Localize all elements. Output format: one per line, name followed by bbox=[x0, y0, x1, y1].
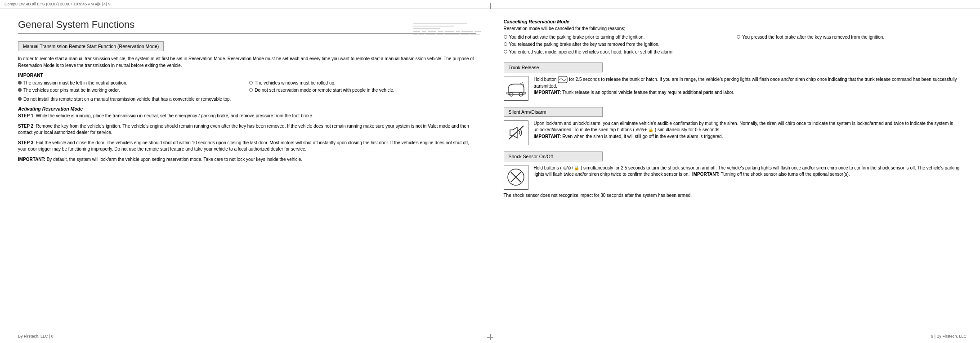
trunk-button-icon bbox=[558, 76, 568, 83]
cancel-row-1: You did not activate the parking brake p… bbox=[504, 34, 967, 40]
footer-left: By Firstech, LLC | 8 bbox=[18, 334, 54, 339]
bullet-3: The vehicles windows must be rolled up. bbox=[249, 80, 476, 86]
shock-icon bbox=[504, 165, 528, 190]
activating-title: Activating Reservation Mode bbox=[18, 106, 476, 111]
important-title: IMPORANT bbox=[18, 72, 476, 78]
important-note: IMPORTANT: By default, the system will l… bbox=[18, 156, 476, 163]
bullet-dot-1 bbox=[18, 81, 22, 85]
deco-dash-1 bbox=[413, 31, 420, 32]
cancel-text-1: You did not activate the parking brake p… bbox=[509, 34, 645, 40]
crosshair-top bbox=[487, 3, 493, 9]
bullet-2-text: The vehicles door pins must be in workin… bbox=[23, 87, 120, 94]
step2: STEP 2: Remove the key from the vehicle'… bbox=[18, 123, 476, 136]
step2-text: STEP 2: Remove the key from the vehicle'… bbox=[18, 123, 476, 136]
cancelling-title: Cancelling Reservation Mode bbox=[504, 19, 967, 24]
intro-text: In order to remote start a manual transm… bbox=[18, 56, 476, 69]
step1-text: STEP 1: While the vehicle is running, pl… bbox=[18, 113, 476, 120]
siren-svg bbox=[506, 124, 525, 142]
shock-note: The shock sensor does not recognize impa… bbox=[504, 192, 967, 199]
bullet-dot-5 bbox=[18, 97, 22, 101]
bullet-5-text: Do not install this remote start on a ma… bbox=[23, 96, 231, 102]
deco-dash-5 bbox=[445, 31, 454, 32]
step1-content: : While the vehicle is running, place th… bbox=[33, 113, 313, 118]
deco-dash-10 bbox=[419, 34, 424, 35]
bullet-1: The transmission must be left in the neu… bbox=[18, 80, 245, 86]
deco-dash-9 bbox=[413, 34, 417, 35]
deco-dash-13 bbox=[445, 34, 459, 35]
step3: STEP 3: Exit the vehicle and close the d… bbox=[18, 140, 476, 153]
bullet-dot-outline-4 bbox=[249, 88, 253, 92]
silent-text: Upon lock/arm and unlock/disarm, you can… bbox=[534, 120, 967, 140]
cancelling-bullets: You did not activate the parking brake p… bbox=[504, 34, 967, 55]
trunk-icon bbox=[504, 76, 528, 101]
silent-header: Silent Arm/Disarm bbox=[504, 107, 603, 117]
footer-right: 9 | By Firstech, LLC bbox=[931, 334, 967, 339]
deco-dash-15 bbox=[470, 34, 480, 35]
cancel-dot-4 bbox=[504, 50, 507, 53]
cancel-dot-2 bbox=[737, 35, 740, 39]
cancel-bullet-2: You pressed the foot brake after the key… bbox=[737, 34, 967, 40]
left-page: General System Functions Manual Transmis… bbox=[0, 10, 490, 343]
siren-icon bbox=[504, 120, 528, 145]
page-container: General System Functions Manual Transmis… bbox=[0, 0, 980, 343]
bullet-2: The vehicles door pins must be in workin… bbox=[18, 87, 245, 94]
cancel-bullet-4: You entered valet mode, opened the vehic… bbox=[504, 49, 967, 55]
cancelling-intro: Reservation mode will be cancelled for t… bbox=[504, 26, 967, 32]
bullet-grid: The transmission must be left in the neu… bbox=[18, 80, 476, 94]
silent-block: Upon lock/arm and unlock/disarm, you can… bbox=[504, 120, 967, 145]
bullet-1-text: The transmission must be left in the neu… bbox=[23, 80, 127, 86]
page-title: General System Functions bbox=[18, 19, 476, 34]
deco-dash-4 bbox=[438, 31, 443, 32]
step3-text: STEP 3: Exit the vehicle and close the d… bbox=[18, 140, 476, 153]
deco-dash-3 bbox=[428, 31, 436, 32]
trunk-text: Hold button for 2.5 seconds to release t… bbox=[534, 76, 967, 96]
shock-block: Hold buttons ( ⊕/⊖+🔒 ) simultaneously fo… bbox=[504, 165, 967, 190]
step1-label: STEP 1 bbox=[18, 113, 33, 118]
deco-line-2 bbox=[413, 26, 454, 27]
deco-line-3 bbox=[413, 28, 440, 29]
bullet-3-text: The vehicles windows must be rolled up. bbox=[255, 80, 336, 86]
bullet-5: Do not install this remote start on a ma… bbox=[18, 96, 476, 102]
trunk-release-header: Trunk Release bbox=[504, 62, 603, 72]
bullet-dot-2 bbox=[18, 88, 22, 92]
deco-dash-2 bbox=[422, 31, 426, 32]
shock-header: Shock Sensor On/Off bbox=[504, 151, 603, 161]
shock-text: Hold buttons ( ⊕/⊖+🔒 ) simultaneously fo… bbox=[534, 165, 967, 178]
deco-line-1 bbox=[413, 23, 467, 24]
cancel-bullet-3: You released the parking brake after the… bbox=[504, 41, 967, 48]
deco-dash-8 bbox=[474, 31, 481, 32]
cancel-dot-3 bbox=[504, 42, 507, 46]
cancel-text-3: You released the parking brake after the… bbox=[509, 41, 660, 48]
trunk-svg bbox=[506, 80, 526, 97]
deco-dash-6 bbox=[456, 31, 460, 32]
step2-content: : Remove the key from the vehicle's igni… bbox=[18, 124, 469, 135]
step1: STEP 1: While the vehicle is running, pl… bbox=[18, 113, 476, 120]
top-bar-text: Compu 1W 4B all E+S (09.07) 2009.7.10 9:… bbox=[4, 1, 111, 7]
trunk-block: Hold button for 2.5 seconds to release t… bbox=[504, 76, 967, 101]
bullet-dot-outline-3 bbox=[249, 81, 253, 85]
cancel-dot-1 bbox=[504, 35, 507, 39]
deco-dash-12 bbox=[437, 34, 443, 35]
deco-dash-14 bbox=[461, 34, 469, 35]
step2-label: STEP 2 bbox=[18, 124, 33, 129]
shock-svg bbox=[506, 168, 525, 187]
right-page: Cancelling Reservation Mode Reservation … bbox=[490, 10, 980, 343]
bullet-4: Do not set reservation mode or remote st… bbox=[249, 87, 476, 94]
cancel-bullet-1: You did not activate the parking brake p… bbox=[504, 34, 734, 40]
bullet-4-text: Do not set reservation mode or remote st… bbox=[255, 87, 394, 94]
section-box-manual: Manual Transmission Remote Start Functio… bbox=[18, 41, 164, 51]
step3-content: : Exit the vehicle and close the door. T… bbox=[18, 140, 469, 152]
header-decoration bbox=[413, 23, 481, 35]
deco-dash-7 bbox=[461, 31, 473, 32]
step3-label: STEP 3 bbox=[18, 140, 33, 145]
cancel-text-2: You pressed the foot brake after the key… bbox=[742, 34, 884, 40]
cancel-text-4: You entered valet mode, opened the vehic… bbox=[509, 49, 674, 55]
deco-dash-11 bbox=[426, 34, 435, 35]
